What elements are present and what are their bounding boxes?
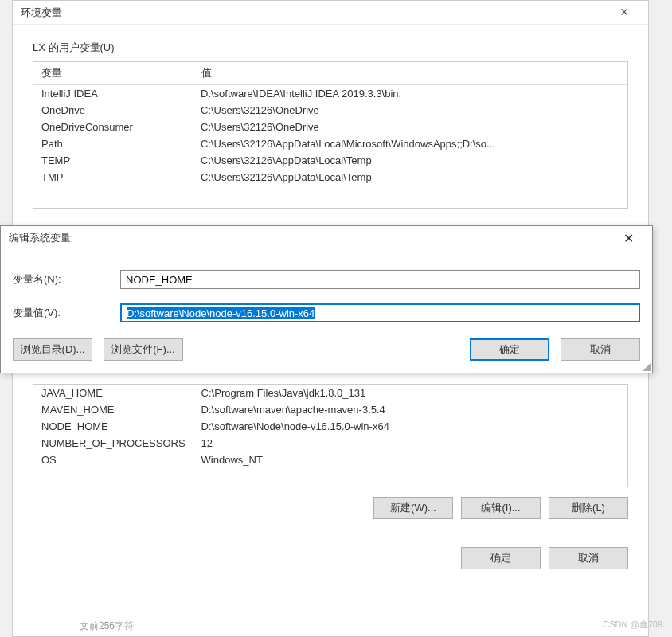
variable-value-input[interactable]: D:\software\Node\node-v16.15.0-win-x64 [120,303,640,322]
variable-name-input[interactable] [120,270,640,289]
user-vars-table[interactable]: 变量 值 IntelliJ IDEAD:\software\IDEA\Intel… [33,61,628,209]
edit-titlebar: 编辑系统变量 ✕ [1,226,652,250]
ok-button[interactable]: 确定 [461,547,541,569]
user-vars-label: LX 的用户变量(U) [33,41,628,55]
browse-file-button[interactable]: 浏览文件(F)... [104,338,183,361]
table-row[interactable]: NUMBER_OF_PROCESSORS12 [33,435,627,451]
table-row[interactable]: TMPC:\Users\32126\AppData\Local\Temp [33,169,627,186]
system-vars-table[interactable]: JAVA_HOMEC:\Program Files\Java\jdk1.8.0_… [33,384,628,487]
bottom-text: 文前256字符 [80,619,134,633]
close-icon[interactable]: ✕ [612,231,644,246]
cancel-button[interactable]: 取消 [549,547,628,569]
col-value[interactable]: 值 [193,62,627,85]
resize-grip-icon[interactable] [641,361,651,371]
edit-title: 编辑系统变量 [9,231,612,245]
table-row[interactable]: OneDriveConsumerC:\Users\32126\OneDrive [33,119,627,135]
table-row[interactable]: TEMPC:\Users\32126\AppData\Local\Temp [33,152,627,169]
edit-button[interactable]: 编辑(I)... [461,497,541,519]
env-titlebar: 环境变量 × [13,1,648,25]
close-icon[interactable]: × [608,4,640,21]
table-row[interactable]: OSWindows_NT [33,451,627,468]
variable-value-label: 变量值(V): [13,306,120,320]
new-button[interactable]: 新建(W)... [373,497,453,519]
variable-name-label: 变量名(N): [13,272,120,287]
ok-button[interactable]: 确定 [470,338,549,361]
table-row[interactable]: OneDriveC:\Users\32126\OneDrive [33,102,627,119]
table-row[interactable]: NODE_HOMED:\software\Node\node-v16.15.0-… [33,418,627,435]
table-row[interactable]: IntelliJ IDEAD:\software\IDEA\IntelliJ I… [33,85,627,103]
table-row[interactable]: MAVEN_HOMED:\software\maven\apache-maven… [33,401,627,418]
watermark: CSDN @鑫709 [603,619,662,631]
table-row[interactable]: JAVA_HOMEC:\Program Files\Java\jdk1.8.0_… [33,385,627,401]
delete-button[interactable]: 删除(L) [549,497,628,519]
edit-system-variable-dialog: 编辑系统变量 ✕ 变量名(N): 变量值(V): D:\software\Nod… [0,225,653,373]
browse-directory-button[interactable]: 浏览目录(D)... [13,338,92,361]
env-title: 环境变量 [21,6,608,20]
cancel-button[interactable]: 取消 [561,338,640,361]
col-variable[interactable]: 变量 [33,62,193,85]
table-row[interactable]: PathC:\Users\32126\AppData\Local\Microso… [33,135,627,152]
